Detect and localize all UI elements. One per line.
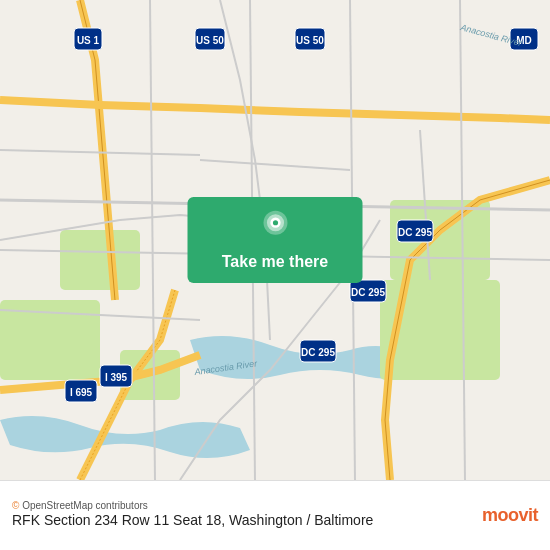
map-container: US 1 US 50 US 50 MD I 395 DC 295 DC 295 … [0, 0, 550, 480]
svg-text:US 1: US 1 [77, 35, 100, 46]
bottom-bar: © OpenStreetMap contributors RFK Section… [0, 480, 550, 550]
take-me-there-button[interactable]: Take me there [188, 197, 363, 283]
svg-text:US 50: US 50 [296, 35, 324, 46]
svg-text:DC 295: DC 295 [351, 287, 385, 298]
svg-text:I 695: I 695 [70, 387, 93, 398]
svg-point-39 [272, 220, 277, 225]
svg-rect-3 [60, 230, 140, 290]
svg-text:DC 295: DC 295 [301, 347, 335, 358]
take-me-there-label: Take me there [222, 253, 328, 271]
svg-text:DC 295: DC 295 [398, 227, 432, 238]
svg-text:US 50: US 50 [196, 35, 224, 46]
svg-text:I 395: I 395 [105, 372, 128, 383]
moovit-logo: moovit [482, 505, 538, 526]
location-pin-icon [257, 209, 293, 245]
location-name: RFK Section 234 Row 11 Seat 18, Washingt… [12, 511, 482, 531]
osm-attribution: © OpenStreetMap contributors [12, 500, 482, 511]
bottom-info: © OpenStreetMap contributors RFK Section… [12, 500, 482, 531]
moovit-logo-text: moovit [482, 505, 538, 526]
